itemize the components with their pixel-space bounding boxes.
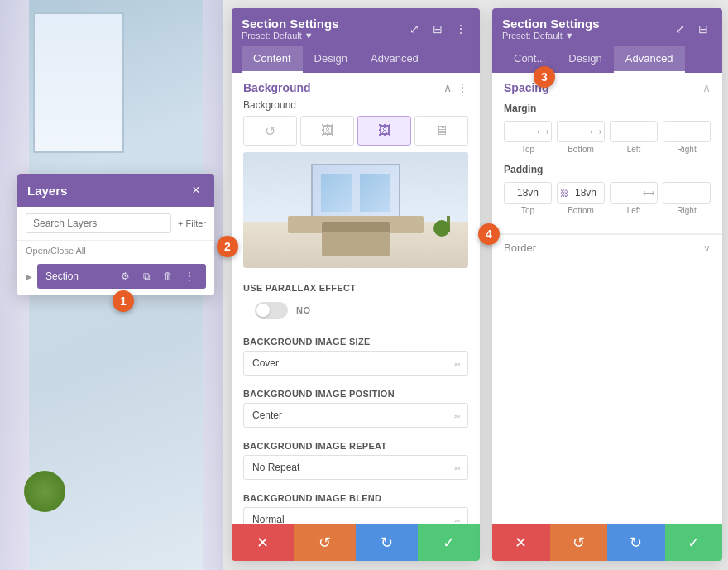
panel-mid-split-icon[interactable]: ⊟ — [429, 20, 447, 38]
mid-save-button[interactable]: ✓ — [418, 524, 480, 561]
panel-mid-expand-icon[interactable]: ⤢ — [405, 20, 424, 38]
bg-blend-select[interactable]: Normal Multiply Screen Overlay — [243, 507, 468, 524]
right-cancel-button[interactable]: ✕ — [492, 524, 550, 561]
layers-search-input[interactable] — [26, 213, 171, 233]
margin-top-group: ⟷ Top — [504, 121, 552, 154]
padding-top-group: Top — [504, 182, 552, 215]
margin-right-label: Right — [677, 145, 696, 154]
padding-left-group: ⟷ Left — [610, 182, 658, 215]
panel-mid-more-icon[interactable]: ⋮ — [452, 20, 470, 38]
background-label: Background — [232, 99, 480, 116]
tab-design[interactable]: Design — [303, 46, 359, 73]
layers-panel-title: Layers — [27, 184, 67, 198]
section-more-icon[interactable]: ⋮ — [181, 268, 198, 285]
padding-left-wrap: ⟷ — [610, 182, 658, 204]
border-label: Border — [504, 242, 536, 254]
panel-right-preset[interactable]: Preset: Default ▼ — [502, 31, 600, 41]
bg-type-icons-row: ↺ 🖼 🖼 🖥 — [232, 116, 480, 152]
padding-bottom-group: ⛓ Bottom — [557, 182, 605, 215]
spacing-section: Spacing ∧ Margin ⟷ Top ⟷ — [492, 73, 722, 233]
bg-blend-select-wrapper: Normal Multiply Screen Overlay — [243, 507, 468, 524]
margin-right-input[interactable] — [663, 121, 711, 142]
background-section-controls: ∧ ⋮ — [443, 81, 468, 94]
bg-size-group: Background Image Size Cover Contain Actu… — [232, 330, 480, 382]
right-save-button[interactable]: ✓ — [665, 524, 723, 561]
panel-mid-preset[interactable]: Preset: Default ▼ — [242, 31, 339, 41]
bg-repeat-group: Background Image Repeat No Repeat Repeat… — [232, 434, 480, 486]
step-badge-3: 3 — [534, 66, 555, 88]
room-chair — [322, 222, 390, 256]
background-dots-btn[interactable]: ⋮ — [457, 81, 468, 94]
margin-label: Margin — [504, 103, 711, 114]
spacing-collapse-btn[interactable]: ∧ — [702, 81, 711, 94]
parallax-toggle[interactable] — [255, 302, 288, 319]
room-simulation — [243, 152, 468, 268]
padding-bottom-label: Bottom — [568, 206, 594, 215]
padding-label: Padding — [504, 164, 711, 175]
tab-advanced[interactable]: Advanced — [359, 46, 430, 73]
background-collapse-btn[interactable]: ∧ — [443, 81, 452, 94]
layers-close-button[interactable]: × — [188, 182, 204, 199]
bg-position-select[interactable]: Center Top Left Top Center Top Right — [243, 403, 468, 428]
tab-right-design[interactable]: Design — [557, 46, 613, 73]
border-collapse-icon[interactable]: ∨ — [703, 242, 711, 254]
panel-mid-body: Background ∧ ⋮ Background ↺ 🖼 🖼 🖥 — [232, 73, 480, 524]
mid-cancel-button[interactable]: ✕ — [232, 524, 294, 561]
bg-repeat-select[interactable]: No Repeat Repeat Repeat X Repeat Y — [243, 455, 468, 480]
layers-filter-button[interactable]: + Filter — [178, 218, 206, 228]
panel-mid-header-top: Section Settings Preset: Default ▼ ⤢ ⊟ ⋮ — [242, 17, 470, 41]
panel-right-body: Spacing ∧ Margin ⟷ Top ⟷ — [492, 73, 722, 524]
padding-left-label: Left — [627, 206, 641, 215]
tab-right-advanced[interactable]: Advanced — [614, 46, 685, 73]
tab-content[interactable]: Content — [242, 46, 303, 73]
background-section-heading-row: Background ∧ ⋮ — [232, 73, 480, 99]
mid-reset-button[interactable]: ↺ — [294, 524, 356, 561]
padding-right-group: Right — [663, 182, 711, 215]
bg-size-select[interactable]: Cover Contain Actual Size Custom — [243, 351, 468, 376]
bg-type-video-btn[interactable]: 🖥 — [414, 116, 468, 146]
canvas-plant — [41, 475, 65, 512]
mid-redo-button[interactable]: ↻ — [356, 524, 418, 561]
panel-right-expand-icon[interactable]: ⤢ — [671, 20, 689, 38]
section-label: Section — [46, 271, 79, 282]
panel-mid-tabs: Content Design Advanced — [242, 46, 470, 73]
margin-left-input[interactable] — [610, 121, 658, 142]
padding-right-label: Right — [677, 206, 696, 215]
layers-section-item[interactable]: Section ⚙ ⧉ 🗑 ⋮ — [37, 264, 206, 289]
right-reset-button[interactable]: ↺ — [550, 524, 608, 561]
padding-right-input[interactable] — [663, 182, 711, 204]
bg-blend-label: Background Image Blend — [243, 493, 468, 503]
panel-right-split-icon[interactable]: ⊟ — [694, 20, 712, 38]
parallax-toggle-label: NO — [296, 305, 311, 315]
panel-right-header-icons: ⤢ ⊟ — [671, 20, 712, 38]
room-plant — [440, 216, 457, 245]
step-badge-1: 1 — [113, 290, 134, 312]
margin-top-label: Top — [521, 145, 534, 154]
padding-link-icon: ⛓ — [560, 189, 568, 198]
canvas-window — [33, 12, 124, 153]
panel-right-header-top: Section Settings Preset: Default ▼ ⤢ ⊟ — [502, 17, 712, 41]
bg-repeat-label: Background Image Repeat — [243, 441, 468, 451]
panel-right: Section Settings Preset: Default ▼ ⤢ ⊟ C… — [492, 8, 722, 561]
margin-right-wrap — [663, 121, 711, 142]
right-redo-button[interactable]: ↻ — [607, 524, 665, 561]
panel-mid-footer: ✕ ↺ ↻ ✓ — [232, 524, 480, 561]
border-row[interactable]: Border ∨ — [504, 242, 711, 254]
layers-open-close-all[interactable]: Open/Close All — [17, 241, 214, 261]
section-duplicate-icon[interactable]: ⧉ — [138, 268, 155, 285]
padding-top-input[interactable] — [504, 182, 552, 204]
bg-position-select-wrapper: Center Top Left Top Center Top Right — [243, 403, 468, 428]
panel-right-title: Section Settings — [502, 17, 600, 31]
bg-size-label: Background Image Size — [243, 337, 468, 347]
panel-right-tabs: Cont... Design Advanced — [502, 46, 712, 73]
step-badge-2: 2 — [217, 236, 238, 257]
bg-type-image-btn[interactable]: 🖼 — [357, 116, 411, 146]
margin-bottom-group: ⟷ Bottom — [557, 121, 605, 154]
section-settings-icon[interactable]: ⚙ — [117, 268, 133, 285]
section-delete-icon[interactable]: 🗑 — [160, 268, 176, 285]
background-section-heading: Background — [243, 81, 311, 94]
margin-left-label: Left — [627, 145, 641, 154]
bg-type-color-btn[interactable]: 🖼 — [300, 116, 354, 146]
bg-type-none-btn[interactable]: ↺ — [243, 116, 297, 146]
margin-bottom-wrap: ⟷ — [557, 121, 605, 142]
